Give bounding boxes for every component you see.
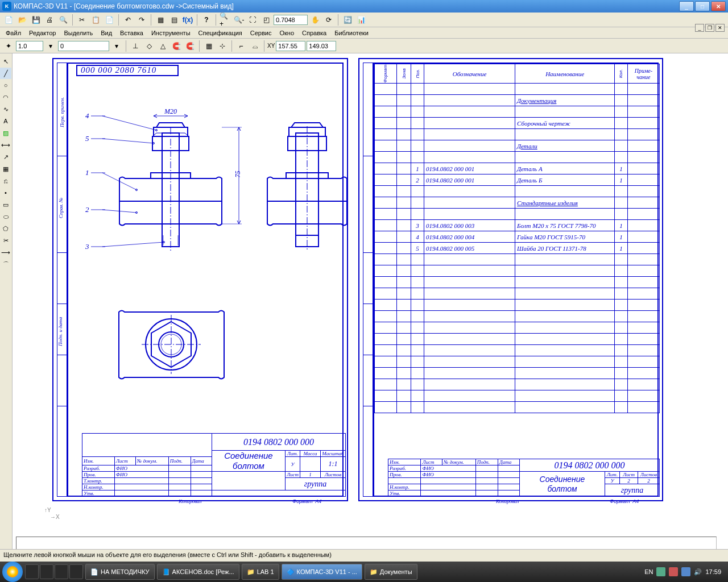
maximize-button[interactable]: □ (695, 1, 710, 11)
task-5[interactable]: 📁Документы (365, 564, 417, 580)
mdi-close[interactable]: ✕ (715, 24, 725, 32)
point-icon[interactable]: • (0, 187, 11, 198)
menu-window[interactable]: Окно (276, 28, 297, 38)
menu-libraries[interactable]: Библиотеки (331, 28, 372, 38)
print-icon[interactable]: 🖨 (43, 14, 56, 26)
menu-spec[interactable]: Спецификация (195, 28, 246, 38)
lineweight-input[interactable] (16, 41, 43, 51)
menu-service[interactable]: Сервис (247, 28, 275, 38)
menu-help[interactable]: Справка (299, 28, 330, 38)
ellipse-icon[interactable]: ⬭ (0, 211, 11, 222)
axis-icon[interactable]: ⊹ (216, 40, 229, 52)
zoom-in-icon[interactable]: 🔍+ (219, 14, 231, 26)
circle-icon[interactable]: ○ (0, 80, 11, 91)
leader-icon[interactable]: ↗ (0, 151, 11, 163)
tray-icon[interactable] (669, 567, 678, 576)
mdi-minimize[interactable]: _ (695, 24, 704, 32)
fillet-icon[interactable]: ⌒ (0, 259, 11, 270)
cut-icon[interactable]: ✂ (76, 14, 88, 26)
snap-mid-icon[interactable]: △ (156, 40, 169, 52)
menu-select[interactable]: Выделить (60, 28, 96, 38)
properties-icon[interactable]: 📊 (355, 14, 367, 26)
redo-icon[interactable]: ↷ (135, 14, 148, 26)
tray-icon[interactable] (681, 567, 690, 576)
tangent-icon[interactable]: ⌓ (249, 40, 261, 52)
close-button[interactable]: ✕ (711, 1, 726, 11)
arc-icon[interactable]: ◠ (0, 92, 11, 103)
polygon-icon[interactable]: ⬠ (0, 223, 11, 234)
menu-file[interactable]: Файл (2, 28, 24, 38)
work-area: ↖ ╱ ○ ◠ ∿ A ▨ ⟷ ↗ ▦ ⎌ • ▭ ⬭ ⬠ ✂ ⟶ ⌒ Перв… (0, 53, 728, 549)
task-1[interactable]: 📄НА МЕТОДИЧКУ (85, 564, 155, 580)
grid2-icon[interactable]: ▦ (202, 40, 215, 52)
zoom-window-icon[interactable]: ◰ (260, 14, 272, 26)
magnet-icon[interactable]: 🧲 (170, 40, 183, 52)
zoom-fit-icon[interactable]: ⛶ (246, 14, 259, 26)
break-icon[interactable]: ⎌ (0, 175, 11, 186)
perp-icon[interactable]: ⌐ (235, 40, 247, 52)
svg-line-33 (102, 242, 164, 247)
task-2[interactable]: 📘АКСЕНОВ.doc [Реж... (157, 564, 239, 580)
layers-icon[interactable]: ▤ (168, 14, 180, 26)
quick-launch-4[interactable] (69, 564, 83, 579)
quick-launch-1[interactable] (25, 564, 39, 579)
help-icon[interactable]: ? (200, 14, 213, 26)
snap-end-icon[interactable]: ◇ (143, 40, 155, 52)
text-icon[interactable]: A (0, 115, 11, 127)
toolbar-main: 📄 📂 💾 🖨 🔍 ✂ 📋 📄 ↶ ↷ ▦ ▤ f(x) ? 🔍+ 🔍- ⛶ ◰… (0, 13, 728, 27)
quick-launch-2[interactable] (40, 564, 53, 579)
pointer-icon[interactable]: ↖ (0, 56, 11, 67)
layer-dropdown-icon[interactable]: ▾ (110, 40, 123, 52)
pan-icon[interactable]: ✋ (309, 14, 321, 26)
snap-icon[interactable]: ✦ (2, 40, 15, 52)
spline-icon[interactable]: ∿ (0, 103, 11, 115)
window-title: КОМПАС-3D V11 - [Соединение болтомготово… (14, 2, 679, 10)
save-icon[interactable]: 💾 (30, 14, 42, 26)
preview-icon[interactable]: 🔍 (57, 14, 69, 26)
line-icon[interactable]: ╱ (0, 68, 11, 79)
grid-icon[interactable]: ▦ (154, 14, 167, 26)
refresh-icon[interactable]: 🔄 (341, 14, 354, 26)
rotate-icon[interactable]: ⟳ (322, 14, 335, 26)
table-icon[interactable]: ▦ (0, 163, 11, 174)
spec-table: Формат Зона Поз. Обозначение Наименовани… (374, 64, 660, 413)
sheet-assembly: Перв. примен. Справ. № Подп. и дата 000 … (52, 58, 348, 501)
drawing-canvas[interactable]: Перв. примен. Справ. № Подп. и дата 000 … (13, 53, 728, 549)
coord-y-input[interactable] (307, 41, 336, 51)
layer-input[interactable] (58, 41, 109, 51)
lang-indicator[interactable]: EN (644, 568, 653, 575)
task-4[interactable]: 🔷КОМПАС-3D V11 - ... (282, 564, 362, 580)
new-icon[interactable]: 📄 (2, 14, 15, 26)
tray-icon[interactable] (656, 567, 665, 576)
dim-icon[interactable]: ⟷ (0, 139, 11, 151)
copy-icon[interactable]: 📋 (89, 14, 102, 26)
sidecol-perv: Перв. примен. (59, 88, 65, 127)
rect-icon[interactable]: ▭ (0, 199, 11, 210)
task-3[interactable]: 📁LAB 1 (242, 564, 279, 580)
quick-launch-3[interactable] (55, 564, 68, 579)
style-dropdown-icon[interactable]: ▾ (44, 40, 57, 52)
minimize-button[interactable]: _ (679, 1, 694, 11)
system-tray[interactable]: EN 🔊 17:59 (644, 567, 726, 576)
zoom-input[interactable] (274, 15, 308, 25)
menu-edit[interactable]: Редактор (26, 28, 59, 38)
paste-icon[interactable]: 📄 (103, 14, 115, 26)
ortho-icon[interactable]: ⊥ (129, 40, 142, 52)
menu-insert[interactable]: Вставка (117, 28, 147, 38)
extend-icon[interactable]: ⟶ (0, 247, 11, 258)
coord-x-input[interactable] (276, 41, 305, 51)
open-icon[interactable]: 📂 (16, 14, 28, 26)
clock[interactable]: 17:59 (705, 568, 721, 575)
trim-icon[interactable]: ✂ (0, 235, 11, 246)
drawing-number-top: 000 000 2080 7610 (81, 65, 156, 75)
menu-tools[interactable]: Инструменты (148, 28, 194, 38)
menu-view[interactable]: Вид (97, 28, 115, 38)
hatch-icon[interactable]: ▨ (0, 127, 11, 139)
fx-icon[interactable]: f(x) (181, 14, 194, 26)
zoom-out-icon[interactable]: 🔍- (233, 14, 245, 26)
magnet2-icon[interactable]: 🧲 (184, 40, 196, 52)
undo-icon[interactable]: ↶ (122, 14, 134, 26)
volume-icon[interactable]: 🔊 (694, 568, 702, 576)
start-button[interactable] (2, 562, 23, 582)
mdi-restore[interactable]: ❐ (705, 24, 714, 32)
